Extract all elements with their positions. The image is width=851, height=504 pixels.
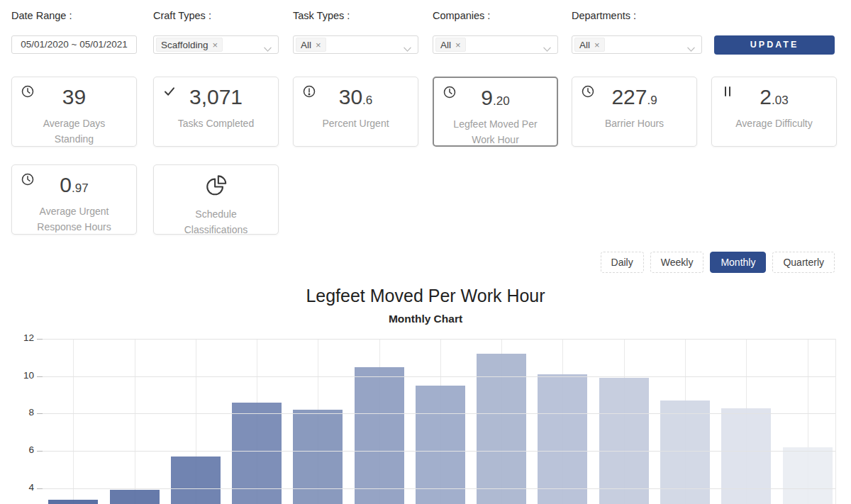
tab-quarterly[interactable]: Quarterly [772, 252, 835, 273]
card-value: 227.9 [572, 85, 696, 113]
stat-card[interactable]: 227.9Barrier Hours [572, 77, 697, 147]
selected-tag-label: All [579, 40, 590, 50]
card-label: Average Difficulty [729, 116, 819, 131]
selected-tag: Scaffolding× [156, 38, 223, 52]
card-value-decimal: .9 [647, 94, 657, 107]
chart-bar[interactable] [416, 386, 465, 504]
card-value: 0.97 [12, 173, 136, 201]
card-value: 3,071 [154, 85, 278, 109]
y-axis-label: 12 [13, 332, 34, 343]
tag-remove-x-icon[interactable]: × [316, 40, 321, 50]
card-label: Average Days Standing [29, 116, 119, 147]
gridline-h [43, 376, 835, 377]
chart-bar[interactable] [355, 367, 404, 504]
gridline-h [43, 451, 835, 452]
card-value: 30.6 [294, 85, 418, 113]
chevron-down-icon [543, 43, 551, 55]
card-value-main: 2 [760, 85, 772, 108]
y-axis-tick [37, 488, 43, 489]
companies-select[interactable]: All× [433, 35, 558, 54]
filter-label-departments: Departments : [572, 10, 636, 21]
chevron-down-icon [404, 43, 411, 55]
y-axis-label: 4 [13, 482, 34, 493]
chart-subtitle: Monthly Chart [0, 313, 851, 325]
chart-bar[interactable] [783, 447, 833, 504]
chart-title: Legfeet Moved Per Work Hour [0, 286, 851, 306]
tag-remove-x-icon[interactable]: × [213, 40, 218, 50]
card-value-main: 30 [339, 85, 362, 108]
date-range-input[interactable]: 05/01/2020 ~ 05/01/2021 [11, 35, 137, 54]
gridline-h [43, 413, 835, 414]
stat-card[interactable]: 39Average Days Standing [11, 77, 137, 147]
card-value-main: 9 [481, 86, 493, 109]
pie-chart-icon [204, 174, 228, 198]
card-value-main: 0 [60, 173, 72, 196]
y-axis-tick [37, 413, 43, 414]
chart-bar[interactable] [48, 500, 98, 504]
filter-label-date-range: Date Range : [11, 10, 72, 21]
card-label: Barrier Hours [589, 116, 679, 131]
stat-card[interactable]: 0.97Average Urgent Response Hours [11, 164, 137, 235]
tab-daily[interactable]: Daily [601, 252, 644, 273]
selected-tag: All× [435, 38, 466, 52]
chart-bar[interactable] [538, 374, 587, 504]
task-types-select[interactable]: All× [293, 35, 418, 54]
gridline-v [835, 339, 836, 504]
chart-bar[interactable] [110, 490, 160, 504]
filter-label-task-types: Task Types : [293, 10, 350, 21]
card-value-decimal: .97 [72, 181, 89, 195]
filter-label-craft-types: Craft Types : [153, 10, 211, 21]
selected-tag: All× [296, 38, 326, 52]
card-label: Average Urgent Response Hours [29, 203, 119, 235]
card-value-decimal: .6 [362, 94, 372, 107]
stat-card[interactable]: Schedule Classifications [153, 164, 279, 235]
chart-bar[interactable] [599, 378, 649, 504]
y-axis-tick [37, 376, 43, 377]
y-axis-tick [37, 451, 43, 452]
chart-period-tabs: DailyWeeklyMonthlyQuarterly [601, 252, 835, 273]
dashboard-page: Date Range :05/01/2020 ~ 05/01/2021Craft… [0, 0, 851, 504]
tag-remove-x-icon[interactable]: × [455, 40, 461, 50]
departments-select[interactable]: All× [572, 35, 702, 54]
card-label: Legfeet Moved Per Work Hour [451, 116, 540, 147]
card-label: Schedule Classifications [171, 206, 261, 237]
card-label: Tasks Completed [171, 116, 261, 131]
selected-tag-label: All [301, 40, 311, 50]
chevron-down-icon [264, 43, 272, 55]
gridline-h [43, 488, 835, 489]
stat-card[interactable]: 2.03Average Difficulty [711, 77, 837, 147]
card-value-decimal: .03 [772, 94, 789, 107]
stat-card[interactable]: 9.20Legfeet Moved Per Work Hour [433, 77, 558, 147]
selected-tag-label: All [440, 40, 451, 50]
tag-remove-x-icon[interactable]: × [594, 40, 600, 50]
gridline-v [73, 339, 74, 504]
card-value-main: 3,071 [189, 85, 243, 108]
card-value: 9.20 [434, 86, 557, 113]
update-button[interactable]: UPDATE [714, 35, 835, 55]
y-axis-label: 6 [13, 444, 34, 455]
tab-monthly[interactable]: Monthly [710, 252, 766, 273]
gridline-h [43, 339, 835, 340]
y-axis-tick [37, 339, 43, 340]
chart-bar[interactable] [721, 408, 771, 504]
y-axis-label: 8 [13, 407, 34, 418]
craft-types-select[interactable]: Scaffolding× [153, 35, 279, 54]
stat-card[interactable]: 3,071Tasks Completed [153, 77, 279, 147]
y-axis-label: 10 [13, 370, 34, 381]
card-value-main: 39 [62, 85, 86, 108]
chart-bar[interactable] [293, 410, 343, 504]
filter-label-companies: Companies : [433, 10, 490, 21]
chart-bar[interactable] [171, 457, 221, 504]
card-label: Percent Urgent [311, 116, 401, 131]
stat-card[interactable]: 30.6Percent Urgent [293, 77, 418, 147]
selected-tag: All× [574, 38, 605, 52]
card-value: 39 [12, 85, 136, 109]
card-value: 2.03 [712, 85, 836, 113]
chevron-down-icon [687, 43, 695, 55]
bar-chart: 1210864 [0, 327, 851, 504]
tab-weekly[interactable]: Weekly [650, 252, 704, 273]
card-value-decimal: .20 [493, 94, 510, 108]
selected-tag-label: Scaffolding [161, 40, 208, 50]
gridline-v [135, 339, 135, 504]
card-value-main: 227 [611, 85, 647, 108]
